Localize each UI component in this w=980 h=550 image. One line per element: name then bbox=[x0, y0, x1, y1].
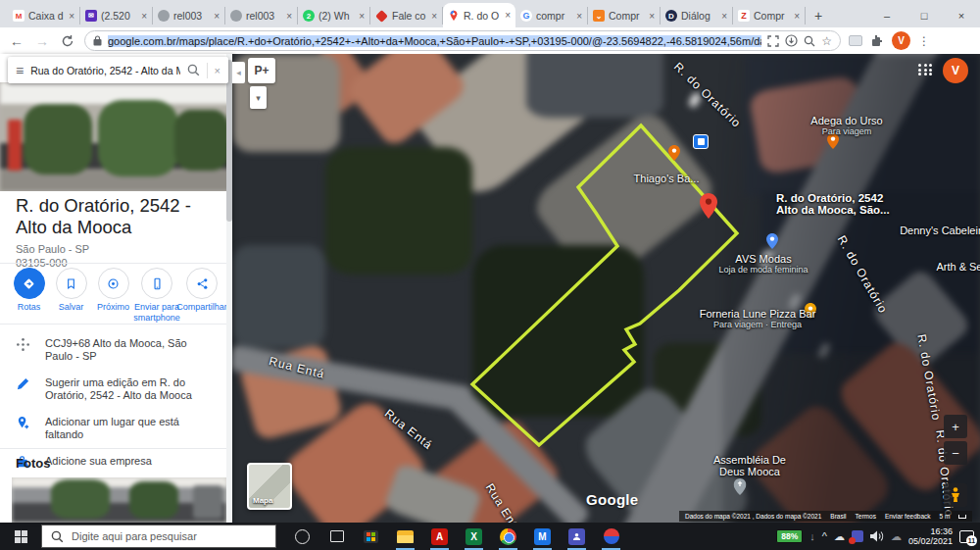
bus-stop-icon[interactable] bbox=[693, 134, 709, 149]
poi-label[interactable]: Forneria Lune Pizza BarPara viagem · Ent… bbox=[700, 308, 816, 330]
volume-icon[interactable] bbox=[870, 530, 884, 542]
church-pin-icon[interactable] bbox=[734, 478, 747, 495]
collapse-panel-arrow[interactable]: ◂ bbox=[232, 62, 245, 83]
file-explorer-button[interactable] bbox=[393, 523, 417, 550]
tab-maps-active[interactable]: R. do O× bbox=[443, 3, 515, 27]
browser-menu-icon[interactable]: ⋮ bbox=[918, 34, 930, 48]
zoom-in-button[interactable]: + bbox=[944, 415, 967, 438]
tab-rel003-2[interactable]: rel003× bbox=[225, 7, 298, 25]
tab-dialogo[interactable]: DDiálog× bbox=[661, 7, 733, 25]
rotas-button[interactable]: Rotas bbox=[8, 268, 50, 323]
pegman-button[interactable] bbox=[944, 483, 967, 507]
poi-label[interactable]: Thiago's Ba... bbox=[634, 173, 700, 184]
compartilhar-button[interactable]: Compartilhar bbox=[179, 268, 224, 323]
battery-indicator[interactable]: 88% bbox=[776, 529, 803, 543]
cortana-button[interactable] bbox=[290, 523, 315, 550]
poi-label[interactable]: Denny's Cabeleireir bbox=[900, 225, 980, 236]
proximo-button[interactable]: Próximo bbox=[92, 268, 134, 323]
google-apps-grid-icon[interactable] bbox=[918, 64, 933, 75]
pplus-extension-button[interactable]: P+ bbox=[248, 58, 275, 83]
poi-label[interactable]: Arth & Sed bbox=[936, 261, 980, 273]
maximize-button[interactable]: □ bbox=[906, 10, 943, 22]
tab-close-icon[interactable]: × bbox=[69, 11, 74, 22]
sidebar-scrollbar[interactable] bbox=[226, 54, 232, 523]
start-button[interactable] bbox=[0, 523, 41, 550]
enviar-smartphone-button[interactable]: Enviar para smartphone bbox=[134, 268, 179, 323]
url-text[interactable]: google.com.br/maps/place/R.+do+Oratório,… bbox=[108, 35, 761, 47]
zoom-icon[interactable] bbox=[804, 35, 815, 47]
feedback-link[interactable]: Enviar feedback bbox=[885, 513, 931, 520]
tab-google-search[interactable]: Gcompr× bbox=[515, 7, 588, 25]
tab-fale-conosco[interactable]: Fale co× bbox=[370, 7, 443, 25]
weather-cloud-icon[interactable]: ☁ bbox=[891, 531, 902, 542]
tab-close-icon[interactable]: × bbox=[359, 11, 365, 22]
add-place-item[interactable]: Adicionar um lugar que está faltando bbox=[0, 409, 232, 448]
suggest-edit-item[interactable]: Sugerir uma edição em R. do Oratório, 25… bbox=[0, 370, 232, 409]
taskbar-clock[interactable]: 16:36 05/02/2021 bbox=[908, 526, 953, 546]
destination-label[interactable]: R. do Oratório, 2542Alto da Mooca, São..… bbox=[776, 192, 890, 216]
account-avatar[interactable]: V bbox=[943, 58, 968, 83]
download-tray-icon[interactable]: ↓ bbox=[809, 531, 815, 542]
hidden-icons-chevron[interactable]: ^ bbox=[822, 531, 827, 542]
send-to-device-icon[interactable] bbox=[785, 34, 798, 47]
red-blue-app-button[interactable] bbox=[599, 523, 623, 550]
shopping-pin-icon[interactable] bbox=[766, 233, 778, 249]
salvar-button[interactable]: Salvar bbox=[50, 268, 92, 323]
poi-label[interactable]: Assembléia DeDeus Mooca bbox=[713, 454, 786, 477]
extension-icon[interactable] bbox=[849, 35, 862, 46]
tab-mail[interactable]: ✉(2.520× bbox=[80, 7, 153, 25]
tab-close-icon[interactable]: × bbox=[576, 11, 582, 22]
teams-button[interactable] bbox=[564, 523, 589, 550]
tab-close-icon[interactable]: × bbox=[649, 11, 655, 22]
taskbar-search[interactable]: Digite aqui para pesquisar bbox=[41, 525, 276, 548]
minimap-toggle[interactable]: Mapa bbox=[247, 463, 292, 510]
fullscreen-corners-icon[interactable] bbox=[767, 35, 779, 47]
tab-close-icon[interactable]: × bbox=[286, 11, 292, 22]
reload-icon[interactable] bbox=[59, 34, 76, 48]
browser-avatar[interactable]: V bbox=[892, 31, 910, 50]
tab-gmail[interactable]: MCaixa d× bbox=[8, 7, 80, 25]
onedrive-cloud-icon[interactable]: ☁ bbox=[834, 531, 845, 542]
tab-compras-1[interactable]: ⌄Compr× bbox=[588, 7, 661, 25]
bookmark-star-icon[interactable]: ☆ bbox=[821, 34, 832, 48]
menu-icon[interactable]: ≡ bbox=[16, 63, 24, 78]
address-bar[interactable]: google.com.br/maps/place/R.+do+Oratório,… bbox=[84, 30, 841, 51]
terms-link[interactable]: Termos bbox=[856, 513, 876, 520]
satellite-map[interactable]: R. do Oratório R. do Oratório R. do Orat… bbox=[232, 54, 980, 523]
mail-m-button[interactable]: M bbox=[530, 523, 555, 550]
back-icon[interactable]: ← bbox=[8, 33, 25, 49]
chrome-button[interactable] bbox=[496, 523, 520, 550]
search-input[interactable]: Rua do Oratório, 2542 - Alto da M bbox=[30, 65, 179, 76]
tab-close-icon[interactable]: × bbox=[141, 11, 147, 22]
tab-close-icon[interactable]: × bbox=[794, 11, 800, 22]
photos-thumbnail[interactable] bbox=[12, 477, 226, 523]
tab-close-icon[interactable]: × bbox=[721, 11, 727, 22]
clear-search-icon[interactable]: × bbox=[215, 65, 220, 76]
tab-rel003-1[interactable]: rel003× bbox=[153, 7, 225, 25]
tab-close-icon[interactable]: × bbox=[214, 11, 220, 22]
teams-tray-icon[interactable] bbox=[852, 530, 863, 542]
search-icon[interactable] bbox=[187, 64, 200, 76]
acrobat-button[interactable]: A bbox=[427, 523, 452, 550]
destination-marker-icon[interactable] bbox=[700, 193, 717, 219]
small-overlay-button[interactable]: ▾ bbox=[250, 86, 267, 109]
plus-code-item[interactable]: CCJ9+68 Alto da Mooca, São Paulo - SP bbox=[0, 330, 232, 370]
maps-search-box[interactable]: ≡ Rua do Oratório, 2542 - Alto da M × bbox=[8, 57, 228, 83]
minimize-button[interactable]: – bbox=[868, 10, 906, 22]
tab-close-icon[interactable]: × bbox=[505, 10, 511, 21]
new-tab-button[interactable]: + bbox=[806, 8, 831, 24]
extensions-puzzle-icon[interactable] bbox=[870, 34, 884, 48]
excel-button[interactable]: X bbox=[462, 523, 486, 550]
place-photo[interactable] bbox=[0, 82, 232, 191]
poi-label[interactable]: AVS ModasLoja de moda feminina bbox=[718, 253, 808, 275]
tab-close-icon[interactable]: × bbox=[431, 11, 437, 22]
poi-label[interactable]: Adega do UrsoPara viagem bbox=[810, 115, 882, 137]
action-center-icon[interactable]: 11 bbox=[959, 530, 974, 543]
tab-whatsapp[interactable]: 2(2) Wh× bbox=[298, 7, 370, 25]
task-view-button[interactable] bbox=[324, 523, 349, 550]
tab-compras-2[interactable]: ZCompr× bbox=[733, 7, 806, 25]
close-button[interactable]: × bbox=[943, 10, 980, 22]
restaurant-pin-icon[interactable] bbox=[668, 145, 680, 161]
zoom-out-button[interactable]: − bbox=[944, 441, 967, 465]
store-button[interactable] bbox=[359, 523, 383, 550]
